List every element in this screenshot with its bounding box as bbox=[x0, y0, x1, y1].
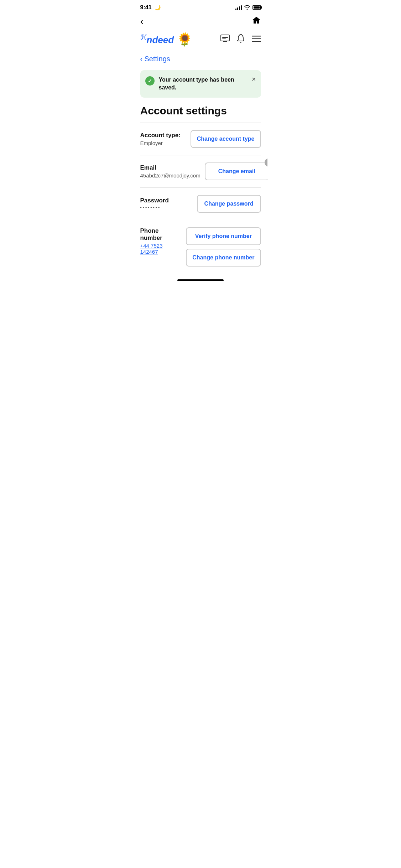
nav-bar: ‹ bbox=[134, 13, 267, 30]
svg-rect-6 bbox=[252, 41, 261, 42]
breadcrumb-label: Settings bbox=[145, 55, 170, 63]
email-label: Email bbox=[140, 164, 200, 171]
indeed-logo: ℋndeed bbox=[140, 33, 174, 46]
messages-icon[interactable] bbox=[220, 35, 230, 45]
phone-value[interactable]: +44 7523 142467 bbox=[140, 243, 182, 255]
phone-label: Phone number bbox=[140, 227, 182, 242]
change-account-type-button[interactable]: Change account type bbox=[191, 130, 261, 148]
menu-icon[interactable] bbox=[252, 35, 261, 44]
account-type-info: Account type: Employer bbox=[140, 132, 186, 146]
svg-rect-4 bbox=[252, 36, 261, 37]
notifications-icon[interactable] bbox=[237, 34, 245, 45]
breadcrumb[interactable]: ‹ Settings bbox=[134, 51, 267, 69]
sunflower-avatar: 🌻 bbox=[177, 32, 193, 47]
moon-icon: 🌙 bbox=[155, 5, 161, 10]
account-type-value: Employer bbox=[140, 140, 186, 146]
password-row: Password •••••••• Change password bbox=[134, 188, 267, 220]
wifi-icon bbox=[244, 5, 250, 11]
success-check-icon bbox=[145, 76, 155, 86]
svg-rect-0 bbox=[221, 35, 229, 41]
success-message: Your account type has been saved. bbox=[159, 76, 248, 92]
home-indicator bbox=[134, 274, 267, 285]
success-banner: Your account type has been saved. × bbox=[140, 70, 261, 98]
success-banner-content: Your account type has been saved. bbox=[145, 76, 248, 92]
signal-icon bbox=[235, 5, 242, 10]
header-action-icons bbox=[220, 34, 261, 45]
phone-info: Phone number +44 7523 142467 bbox=[140, 227, 182, 255]
logo-area: ℋndeed 🌻 bbox=[140, 32, 193, 47]
phone-row: Phone number +44 7523 142467 Verify phon… bbox=[134, 220, 267, 274]
password-label: Password bbox=[140, 197, 193, 204]
email-value: 45abd2c7@moodjoy.com bbox=[140, 172, 200, 179]
home-button[interactable] bbox=[252, 16, 261, 27]
svg-rect-3 bbox=[222, 38, 226, 39]
battery-icon bbox=[252, 5, 261, 10]
account-type-label: Account type: bbox=[140, 132, 186, 139]
change-email-button[interactable]: Change email bbox=[205, 162, 267, 180]
status-time-area: 9:41 🌙 bbox=[140, 4, 161, 11]
app-header: ℋndeed 🌻 bbox=[134, 30, 267, 51]
email-info: Email 45abd2c7@moodjoy.com bbox=[140, 164, 200, 179]
phone-action-buttons: Verify phone number Change phone number bbox=[186, 227, 261, 267]
change-phone-button[interactable]: Change phone number bbox=[186, 249, 261, 267]
status-icons bbox=[235, 5, 261, 11]
password-value: •••••••• bbox=[140, 205, 193, 210]
svg-rect-5 bbox=[252, 38, 261, 40]
account-type-row: Account type: Employer Change account ty… bbox=[134, 123, 267, 155]
email-row: Email 45abd2c7@moodjoy.com Change email bbox=[134, 155, 267, 187]
status-bar: 9:41 🌙 bbox=[134, 0, 267, 13]
password-info: Password •••••••• bbox=[140, 197, 193, 210]
svg-rect-1 bbox=[223, 41, 227, 42]
change-password-button[interactable]: Change password bbox=[197, 195, 261, 213]
verify-phone-button[interactable]: Verify phone number bbox=[186, 227, 261, 245]
home-indicator-bar bbox=[177, 279, 224, 281]
page-title: Account settings bbox=[134, 105, 267, 123]
back-button[interactable]: ‹ bbox=[140, 16, 144, 27]
breadcrumb-chevron-icon: ‹ bbox=[140, 55, 142, 63]
status-time: 9:41 bbox=[140, 4, 152, 10]
success-close-button[interactable]: × bbox=[252, 75, 256, 83]
change-email-btn-wrapper: Change email bbox=[205, 162, 267, 180]
svg-rect-2 bbox=[222, 37, 228, 38]
